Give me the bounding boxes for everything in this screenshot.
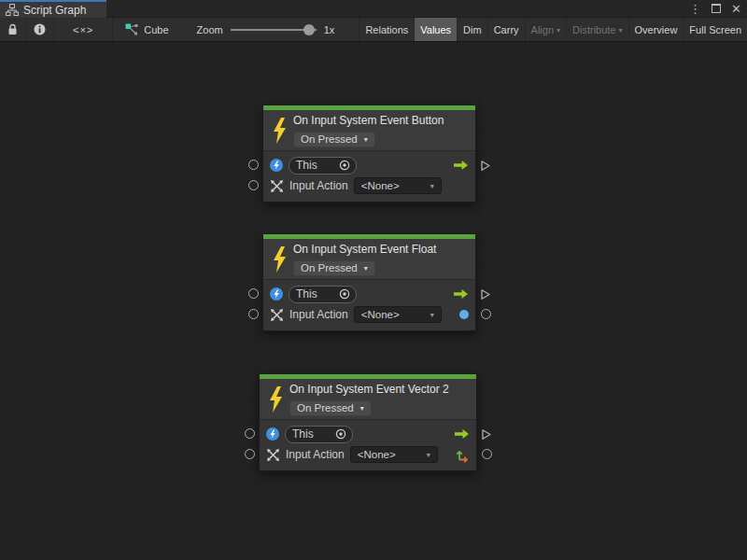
input-port-target[interactable] [248,288,259,299]
graph-canvas[interactable]: On Input System Event Button On Pressed … [0,42,747,560]
this-target-field[interactable]: This [285,426,353,443]
input-action-label: Input Action [289,308,348,321]
node-title: On Input System Event Float [293,243,436,256]
lightning-bolt-icon [268,386,283,413]
maximize-icon [712,4,721,13]
tab-bar: Script Graph ⋮ ✕ [0,0,747,18]
graph-name-label: Cube [144,24,168,35]
this-field-value: This [292,427,314,441]
flow-arrow-icon [453,160,469,171]
tab-label: Script Graph [23,4,86,17]
input-action-value: <None> [361,309,400,320]
input-action-icon [266,448,280,462]
zoom-slider[interactable] [231,18,317,42]
node-on-input-system-event-button[interactable]: On Input System Event Button On Pressed … [262,105,476,203]
full-screen-button[interactable]: Full Screen [683,18,747,41]
chevron-down-icon: ▾ [430,183,434,190]
window-close-button[interactable]: ✕ [731,3,741,15]
float-value-icon [459,310,469,319]
graph-breadcrumb[interactable]: Cube [125,18,168,41]
event-dropdown[interactable]: On Pressed ▾ [289,400,372,416]
input-port-target[interactable] [248,160,259,170]
flow-arrow-icon [453,288,469,300]
chevron-down-icon: ▾ [557,27,560,35]
output-port-value[interactable] [482,449,492,459]
window-menu-button[interactable]: ⋮ [689,3,701,15]
this-target-field[interactable]: This [289,286,357,303]
object-picker-icon[interactable] [339,160,350,171]
overview-button[interactable]: Overview [628,18,684,41]
node-on-input-system-event-vector2[interactable]: On Input System Event Vector 2 On Presse… [259,373,477,471]
relations-label: Relations [365,24,408,35]
zoom-label: Zoom [197,24,223,35]
chevron-down-icon: ▾ [427,452,430,459]
self-target-icon [266,427,279,441]
values-label: Values [420,24,451,35]
info-icon [34,23,46,35]
object-picker-icon[interactable] [339,288,350,300]
input-action-dropdown[interactable]: <None> ▾ [350,446,438,463]
input-action-icon [270,308,284,322]
output-port-flow[interactable] [480,287,491,304]
distribute-label: Distribute [572,24,615,35]
chevron-down-icon: ▾ [364,265,368,273]
zoom-slider-handle[interactable] [303,24,315,35]
graph-asset-icon [125,23,138,35]
align-label: Align [531,24,554,35]
event-dropdown[interactable]: On Pressed ▾ [293,260,375,276]
carry-label: Carry [494,24,519,35]
input-action-label: Input Action [286,448,345,461]
code-icon: <×> [73,24,93,35]
event-dropdown-value: On Pressed [301,262,358,273]
this-field-value: This [296,287,317,301]
distribute-dropdown-button[interactable]: Distribute ▾ [566,18,627,41]
graph-toolbar: <×> Cube Zoom 1x Relations Values Dim Ca… [0,18,747,42]
event-dropdown-value: On Pressed [297,402,354,413]
self-target-icon [270,287,283,301]
input-action-label: Input Action [289,179,348,192]
overview-label: Overview [635,24,678,35]
object-picker-icon[interactable] [335,428,346,440]
node-title: On Input System Event Button [293,114,444,127]
align-dropdown-button[interactable]: Align ▾ [525,18,566,41]
full-screen-label: Full Screen [689,24,741,35]
carry-button[interactable]: Carry [487,18,525,41]
input-port-action[interactable] [248,180,259,190]
chevron-down-icon: ▾ [430,312,434,319]
input-action-dropdown[interactable]: <None> ▾ [354,306,442,323]
lightning-bolt-icon [272,118,287,144]
output-port-flow[interactable] [480,159,491,175]
input-action-icon [270,179,284,193]
values-button[interactable]: Values [414,18,457,41]
output-port-value[interactable] [481,309,491,319]
chevron-down-icon: ▾ [360,405,364,413]
dim-button[interactable]: Dim [457,18,487,41]
self-target-icon [270,159,283,172]
inspect-button[interactable] [26,18,54,41]
zoom-value: 1x [324,24,335,35]
this-field-value: This [296,159,317,172]
output-port-flow[interactable] [481,427,492,444]
event-dropdown[interactable]: On Pressed ▾ [293,132,375,147]
flow-arrow-icon [454,428,470,440]
this-target-field[interactable]: This [289,157,357,175]
event-dropdown-value: On Pressed [301,133,358,145]
edit-graph-button[interactable]: <×> [54,18,113,41]
lock-button[interactable] [0,18,26,41]
window-maximize-button[interactable] [712,3,721,15]
input-port-action[interactable] [248,309,259,319]
script-graph-icon [6,4,19,16]
lock-icon [7,23,18,35]
window-tab-script-graph[interactable]: Script Graph [0,0,106,18]
chevron-down-icon: ▾ [364,136,368,144]
input-action-value: <None> [358,449,396,460]
node-title: On Input System Event Vector 2 [289,383,449,396]
input-port-action[interactable] [245,449,255,459]
chevron-down-icon: ▾ [619,27,623,35]
input-action-value: <None> [361,180,400,191]
vector2-value-icon [456,447,470,463]
relations-button[interactable]: Relations [359,18,414,41]
input-port-target[interactable] [245,428,255,439]
input-action-dropdown[interactable]: <None> ▾ [354,177,442,194]
node-on-input-system-event-float[interactable]: On Input System Event Float On Pressed ▾… [262,233,476,331]
